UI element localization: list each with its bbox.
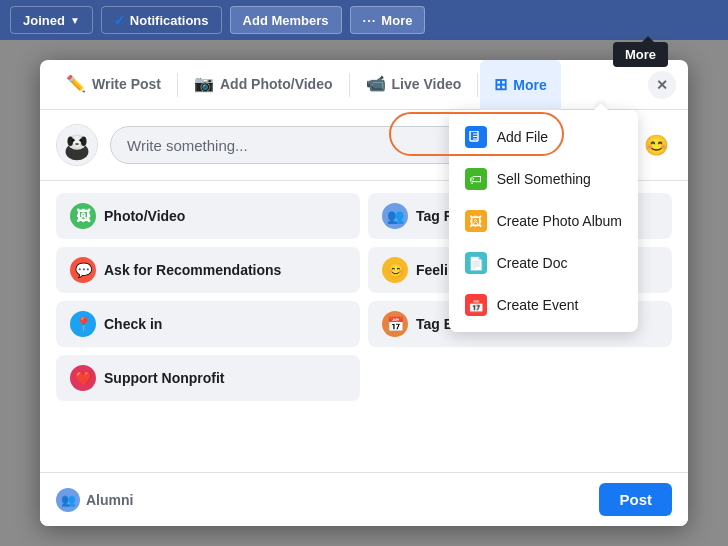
main-card: ✏️ Write Post 📷 Add Photo/Video 📹 Live V…: [40, 60, 688, 526]
photo-video-icon: 🖼: [70, 203, 96, 229]
alumni-label: Alumni: [86, 492, 133, 508]
notifications-button[interactable]: ✓ Notifications: [101, 6, 222, 34]
top-bar: Joined ▼ ✓ Notifications Add Members ···…: [0, 0, 728, 40]
camera-icon: 📷: [194, 74, 214, 93]
more-tooltip: More: [613, 42, 668, 67]
action-ask-recommendations[interactable]: 💬 Ask for Recommendations: [56, 247, 360, 293]
dropdown-create-doc[interactable]: 📄 Create Doc: [449, 242, 638, 284]
support-icon: ❤️: [70, 365, 96, 391]
tab-divider-3: [477, 73, 478, 97]
support-nonprofit-label: Support Nonprofit: [104, 370, 225, 386]
tab-divider-1: [177, 73, 178, 97]
check-icon: ✓: [114, 13, 125, 28]
feeling-icon: 😊: [382, 257, 408, 283]
photo-album-icon: 🖼: [465, 210, 487, 232]
tag-event-icon: 📅: [382, 311, 408, 337]
post-button[interactable]: Post: [599, 483, 672, 516]
post-label: Post: [619, 491, 652, 508]
action-check-in[interactable]: 📍 Check in: [56, 301, 360, 347]
sell-icon: 🏷: [465, 168, 487, 190]
action-support-nonprofit[interactable]: ❤️ Support Nonprofit: [56, 355, 360, 401]
joined-button[interactable]: Joined ▼: [10, 6, 93, 34]
joined-label: Joined: [23, 13, 65, 28]
ask-recommendations-label: Ask for Recommendations: [104, 262, 281, 278]
card-footer: 👥 Alumni Post: [40, 472, 688, 526]
add-file-icon: [465, 126, 487, 148]
event-icon: 📅: [465, 294, 487, 316]
tab-add-photo-video[interactable]: 📷 Add Photo/Video: [180, 60, 347, 110]
pencil-icon: ✏️: [66, 74, 86, 93]
photo-video-label: Photo/Video: [104, 208, 185, 224]
tab-write-post[interactable]: ✏️ Write Post: [52, 60, 175, 110]
write-post-label: Write Post: [92, 76, 161, 92]
write-placeholder: Write something...: [127, 137, 248, 154]
tab-more[interactable]: ⊞ More: [480, 60, 560, 110]
chevron-down-icon: ▼: [70, 15, 80, 26]
doc-icon: 📄: [465, 252, 487, 274]
close-button[interactable]: ✕: [648, 71, 676, 99]
create-event-label: Create Event: [497, 297, 579, 313]
add-file-label: Add File: [497, 129, 548, 145]
notifications-label: Notifications: [130, 13, 209, 28]
avatar: [56, 124, 98, 166]
more-top-button[interactable]: ··· More: [350, 6, 426, 34]
dots-icon: ···: [363, 13, 377, 28]
create-doc-label: Create Doc: [497, 255, 568, 271]
add-photo-video-label: Add Photo/Video: [220, 76, 333, 92]
dropdown-add-file[interactable]: Add File: [449, 116, 638, 158]
tag-friends-icon: 👥: [382, 203, 408, 229]
recommendations-icon: 💬: [70, 257, 96, 283]
svg-point-12: [75, 143, 79, 145]
sell-something-label: Sell Something: [497, 171, 591, 187]
alumni-button[interactable]: 👥 Alumni: [56, 488, 133, 512]
check-in-icon: 📍: [70, 311, 96, 337]
tab-divider-2: [349, 73, 350, 97]
add-members-label: Add Members: [243, 13, 329, 28]
live-video-label: Live Video: [392, 76, 462, 92]
tab-live-video[interactable]: 📹 Live Video: [352, 60, 476, 110]
action-photo-video[interactable]: 🖼 Photo/Video: [56, 193, 360, 239]
tab-more-label: More: [513, 77, 546, 93]
alumni-icon: 👥: [56, 488, 80, 512]
grid-icon: ⊞: [494, 75, 507, 94]
dropdown-create-photo-album[interactable]: 🖼 Create Photo Album: [449, 200, 638, 242]
dropdown-create-event[interactable]: 📅 Create Event: [449, 284, 638, 326]
svg-point-10: [72, 139, 75, 142]
more-top-label: More: [381, 13, 412, 28]
more-dropdown: Add File 🏷 Sell Something 🖼 Create Photo…: [449, 110, 638, 332]
svg-point-11: [79, 139, 82, 142]
emoji-button[interactable]: 😊: [640, 129, 672, 161]
add-members-button[interactable]: Add Members: [230, 6, 342, 34]
tab-bar: ✏️ Write Post 📷 Add Photo/Video 📹 Live V…: [40, 60, 688, 110]
check-in-label: Check in: [104, 316, 162, 332]
video-icon: 📹: [366, 74, 386, 93]
dropdown-sell-something[interactable]: 🏷 Sell Something: [449, 158, 638, 200]
create-photo-album-label: Create Photo Album: [497, 213, 622, 229]
